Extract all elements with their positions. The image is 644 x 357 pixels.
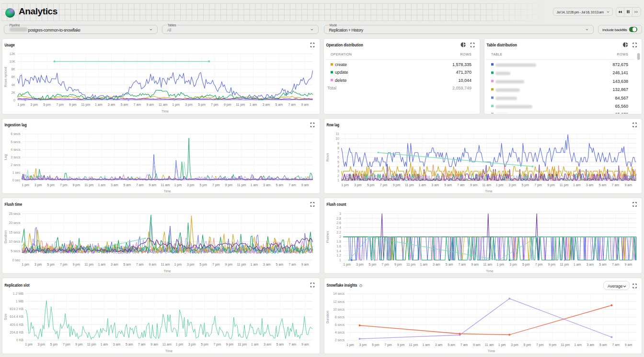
svg-text:1 pm: 1 pm bbox=[341, 183, 349, 187]
svg-text:132,867: 132,867 bbox=[612, 87, 628, 92]
svg-text:5 am: 5 am bbox=[599, 343, 607, 346]
svg-text:409.6 KB: 409.6 KB bbox=[10, 323, 23, 326]
svg-text:Size: Size bbox=[4, 313, 7, 320]
svg-text:9 pm: 9 pm bbox=[547, 183, 555, 187]
svg-text:5 am: 5 am bbox=[445, 263, 453, 266]
svg-text:0 sec: 0 sec bbox=[12, 258, 21, 262]
svg-text:9 pm: 9 pm bbox=[226, 343, 234, 346]
svg-text:2.4: 2.4 bbox=[336, 226, 341, 229]
svg-text:5 am: 5 am bbox=[276, 263, 284, 266]
svg-text:11 am: 11 am bbox=[161, 263, 170, 266]
svg-text:10,044: 10,044 bbox=[458, 78, 472, 83]
svg-text:Ingestion lag: Ingestion lag bbox=[5, 122, 27, 127]
svg-text:9 pm: 9 pm bbox=[75, 343, 83, 346]
svg-text:5 pm: 5 pm bbox=[50, 343, 58, 346]
svg-text:5 am: 5 am bbox=[123, 263, 131, 266]
svg-text:5 pm: 5 pm bbox=[368, 263, 376, 267]
svg-text:1.8: 1.8 bbox=[336, 240, 341, 243]
svg-text:7 pm: 7 pm bbox=[60, 263, 68, 267]
svg-text:7 pm: 7 pm bbox=[212, 263, 220, 267]
svg-text:9 pm: 9 pm bbox=[69, 103, 77, 107]
svg-text:Flush time: Flush time bbox=[5, 202, 23, 207]
svg-text:7 pm: 7 pm bbox=[536, 343, 544, 346]
svg-text:7 pm: 7 pm bbox=[211, 103, 218, 107]
svg-text:7 am: 7 am bbox=[138, 343, 146, 346]
svg-text:4 secs: 4 secs bbox=[11, 147, 21, 151]
svg-text:Time: Time bbox=[485, 190, 492, 193]
svg-text:7 pm: 7 pm bbox=[60, 183, 68, 187]
svg-text:Time: Time bbox=[161, 110, 169, 113]
svg-text:3 secs: 3 secs bbox=[11, 155, 21, 158]
svg-text:1 am: 1 am bbox=[250, 103, 257, 106]
svg-text:12 secs: 12 secs bbox=[333, 300, 345, 303]
svg-text:2.6: 2.6 bbox=[336, 221, 341, 224]
svg-text:7 am: 7 am bbox=[612, 343, 620, 346]
svg-text:update: update bbox=[335, 70, 348, 75]
svg-text:0 KB: 0 KB bbox=[16, 338, 24, 341]
svg-text:3 pm: 3 pm bbox=[37, 343, 45, 346]
svg-text:1 pm: 1 pm bbox=[22, 183, 29, 187]
svg-text:11 pm: 11 pm bbox=[237, 263, 246, 267]
svg-text:2 secs: 2 secs bbox=[11, 163, 21, 167]
svg-text:Rows: Rows bbox=[326, 153, 329, 161]
svg-text:1 pm: 1 pm bbox=[22, 263, 29, 267]
svg-text:3 pm: 3 pm bbox=[185, 103, 193, 107]
svg-text:11 pm: 11 pm bbox=[561, 343, 570, 346]
svg-text:Duration: Duration bbox=[326, 311, 329, 324]
svg-text:TABLE: TABLE bbox=[491, 53, 503, 56]
svg-text:872,675: 872,675 bbox=[612, 62, 628, 67]
svg-text:65,073: 65,073 bbox=[615, 112, 628, 113]
svg-text:1 am: 1 am bbox=[422, 343, 430, 346]
svg-text:8: 8 bbox=[337, 146, 339, 149]
svg-text:143,638: 143,638 bbox=[612, 79, 628, 84]
svg-text:5 am: 5 am bbox=[121, 103, 128, 106]
svg-text:3 pm: 3 pm bbox=[354, 183, 362, 187]
svg-text:Flush count: Flush count bbox=[326, 202, 346, 207]
svg-text:11 pm: 11 pm bbox=[84, 263, 93, 267]
svg-text:3 pm: 3 pm bbox=[356, 263, 363, 267]
svg-text:9 pm: 9 pm bbox=[225, 263, 233, 267]
svg-text:5 pm: 5 pm bbox=[47, 183, 55, 187]
svg-text:Total: Total bbox=[327, 86, 336, 90]
svg-text:delete: delete bbox=[335, 78, 347, 83]
svg-text:Time: Time bbox=[487, 349, 494, 353]
svg-text:5 am: 5 am bbox=[123, 183, 131, 186]
svg-text:5 am: 5 am bbox=[598, 183, 606, 186]
svg-text:1: 1 bbox=[339, 258, 341, 262]
svg-text:1 am: 1 am bbox=[251, 263, 258, 266]
svg-text:Row lag: Row lag bbox=[326, 122, 339, 127]
svg-text:8K: 8K bbox=[11, 67, 15, 71]
svg-text:1 am: 1 am bbox=[573, 183, 581, 186]
svg-text:3: 3 bbox=[339, 212, 341, 215]
svg-text:10 secs: 10 secs bbox=[333, 307, 345, 311]
svg-text:5 pm: 5 pm bbox=[200, 183, 207, 187]
svg-text:3 pm: 3 pm bbox=[187, 263, 195, 267]
svg-text:1 pm: 1 pm bbox=[495, 183, 503, 187]
svg-text:11 pm: 11 pm bbox=[84, 183, 93, 187]
svg-text:11 pm: 11 pm bbox=[560, 263, 569, 267]
svg-text:7 am: 7 am bbox=[458, 263, 466, 266]
svg-text:3 am: 3 am bbox=[586, 263, 594, 266]
svg-text:5 pm: 5 pm bbox=[367, 183, 375, 187]
svg-text:1 am: 1 am bbox=[98, 263, 105, 266]
svg-text:Time: Time bbox=[163, 269, 171, 273]
svg-text:7 pm: 7 pm bbox=[63, 343, 70, 346]
svg-text:5 secs: 5 secs bbox=[11, 249, 21, 253]
svg-text:1 sec: 1 sec bbox=[12, 171, 21, 174]
svg-text:3 pm: 3 pm bbox=[508, 183, 516, 187]
svg-text:3 am: 3 am bbox=[435, 343, 442, 346]
svg-text:11 pm: 11 pm bbox=[404, 183, 414, 187]
svg-text:1 am: 1 am bbox=[251, 343, 259, 346]
svg-text:7 am: 7 am bbox=[288, 103, 296, 106]
svg-text:0 sec: 0 sec bbox=[12, 178, 21, 182]
svg-text:20 secs: 20 secs bbox=[9, 221, 21, 224]
svg-text:1 pm: 1 pm bbox=[25, 343, 33, 346]
svg-text:2 secs: 2 secs bbox=[334, 338, 345, 342]
svg-text:3 am: 3 am bbox=[263, 183, 271, 186]
svg-text:11 am: 11 am bbox=[484, 343, 494, 346]
svg-text:1.6: 1.6 bbox=[336, 245, 341, 248]
svg-text:7 am: 7 am bbox=[136, 263, 144, 266]
svg-text:3 am: 3 am bbox=[111, 263, 118, 266]
svg-text:3 am: 3 am bbox=[113, 343, 121, 346]
svg-text:7 am: 7 am bbox=[611, 263, 619, 266]
